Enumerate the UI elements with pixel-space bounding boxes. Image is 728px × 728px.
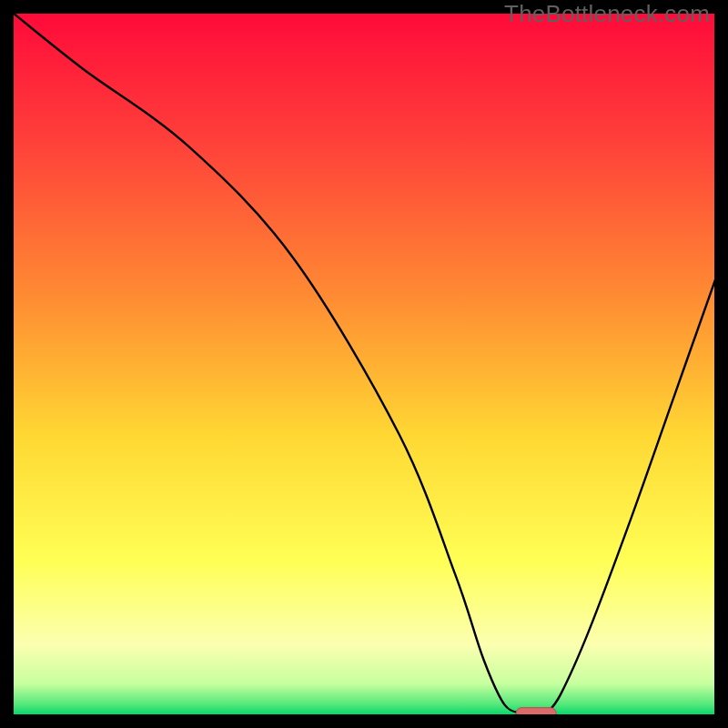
optimum-marker: [516, 708, 556, 715]
bottleneck-chart: [13, 13, 715, 715]
gradient-background: [13, 13, 715, 715]
watermark-label: TheBottleneck.com: [504, 0, 710, 28]
